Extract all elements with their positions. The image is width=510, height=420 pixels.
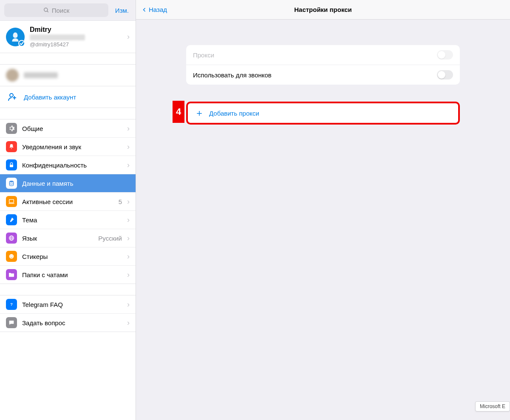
sidebar-item-faq[interactable]: ? Telegram FAQ › — [0, 295, 136, 313]
chevron-right-icon: › — [127, 234, 130, 243]
svg-point-13 — [10, 255, 11, 256]
sidebar-item-label: Тема — [22, 216, 122, 224]
question-icon: ? — [6, 299, 17, 310]
sidebar-item-privacy[interactable]: Конфиденциальность › — [0, 156, 136, 174]
plus-icon: ＋ — [195, 108, 204, 118]
svg-text:?: ? — [10, 302, 13, 306]
content-header: Назад Настройки прокси — [136, 0, 510, 20]
sidebar-item-label: Telegram FAQ — [22, 301, 122, 308]
sidebar-item-label: Стикеры — [22, 253, 122, 260]
svg-point-12 — [9, 254, 14, 259]
sidebar-item-theme[interactable]: Тема › — [0, 210, 136, 229]
sidebar-item-value: 5 — [119, 198, 122, 205]
database-icon — [6, 178, 17, 189]
svg-point-6 — [9, 181, 13, 182]
callout-badge: 4 — [173, 101, 184, 123]
verified-badge-icon — [18, 40, 25, 47]
svg-rect-5 — [10, 165, 13, 167]
bell-icon — [6, 141, 17, 152]
sidebar-item-stickers[interactable]: Стикеры › — [0, 247, 136, 265]
laptop-icon — [6, 196, 17, 207]
sidebar-item-label: Активные сессии — [22, 198, 113, 205]
help-list: ? Telegram FAQ › Задать вопрос › — [0, 295, 136, 332]
account-name-hidden — [24, 72, 58, 78]
sidebar-top: Поиск Изм. — [0, 0, 136, 20]
tooltip: Microsoft E — [475, 401, 510, 411]
sidebar-item-label: Конфиденциальность — [22, 162, 122, 169]
svg-line-1 — [47, 11, 48, 12]
proxy-label: Прокси — [193, 51, 214, 59]
page-title: Настройки прокси — [136, 6, 510, 13]
sticker-icon — [6, 251, 17, 262]
avatar — [6, 28, 25, 46]
search-input[interactable]: Поиск — [4, 3, 108, 17]
chevron-right-icon: › — [127, 216, 130, 224]
add-proxy-label: Добавить прокси — [209, 110, 259, 117]
sidebar-item-sessions[interactable]: Активные сессии 5 › — [0, 192, 136, 210]
sidebar-item-label: Уведомления и звук — [22, 143, 122, 150]
add-proxy-wrap: 4 ＋ Добавить прокси — [186, 102, 460, 125]
sidebar-item-label: Данные и память — [22, 180, 130, 187]
chevron-left-icon — [142, 6, 147, 13]
globe-icon — [6, 233, 17, 244]
chevron-right-icon: › — [127, 124, 130, 133]
search-icon — [43, 7, 49, 13]
sidebar-item-language[interactable]: Язык Русский › — [0, 229, 136, 247]
proxy-toggle-row[interactable]: Прокси — [186, 45, 460, 65]
back-button[interactable]: Назад — [142, 6, 167, 13]
chevron-right-icon: › — [127, 197, 130, 206]
chevron-right-icon: › — [127, 161, 130, 170]
profile-name: Dmitry — [30, 26, 122, 34]
sidebar-item-label: Общие — [22, 125, 122, 132]
profile-phone-hidden — [30, 34, 85, 40]
folder-icon — [6, 269, 17, 280]
sidebar-item-notifications[interactable]: Уведомления и звук › — [0, 137, 136, 156]
search-placeholder: Поиск — [52, 7, 70, 14]
sidebar-item-folders[interactable]: Папки с чатами › — [0, 265, 136, 284]
chevron-right-icon: › — [127, 32, 130, 41]
add-account-icon — [6, 91, 19, 103]
content-body: Прокси Использовать для звонков 4 ＋ Доба… — [136, 20, 510, 125]
svg-point-2 — [10, 94, 13, 97]
avatar — [6, 69, 19, 82]
chevron-right-icon: › — [127, 318, 130, 327]
sidebar: Поиск Изм. Dmitry @dmitry185427 › Добави… — [0, 0, 136, 420]
add-proxy-button[interactable]: ＋ Добавить прокси — [186, 102, 460, 125]
sidebar-item-label: Задать вопрос — [22, 319, 122, 326]
svg-point-0 — [44, 8, 47, 11]
calls-toggle[interactable] — [437, 70, 453, 79]
chevron-right-icon: › — [127, 270, 130, 279]
proxy-card: Прокси Использовать для звонков — [186, 45, 460, 85]
other-account-row[interactable] — [0, 65, 136, 86]
calls-toggle-row[interactable]: Использовать для звонков — [186, 65, 460, 85]
add-account-label: Добавить аккаунт — [24, 94, 76, 101]
sidebar-item-ask[interactable]: Задать вопрос › — [0, 313, 136, 332]
proxy-toggle[interactable] — [437, 50, 453, 60]
sidebar-item-data[interactable]: Данные и память — [0, 174, 136, 192]
profile-info: Dmitry @dmitry185427 — [30, 26, 122, 48]
content: Назад Настройки прокси Прокси Использова… — [136, 0, 510, 420]
profile-handle: @dmitry185427 — [30, 41, 122, 48]
back-label: Назад — [149, 6, 167, 13]
calls-label: Использовать для звонков — [193, 71, 272, 79]
accounts-block: Добавить аккаунт — [0, 64, 136, 108]
chevron-right-icon: › — [127, 142, 130, 151]
edit-button[interactable]: Изм. — [113, 7, 131, 14]
svg-rect-7 — [9, 199, 14, 202]
profile-row[interactable]: Dmitry @dmitry185427 › — [0, 20, 136, 53]
chevron-right-icon: › — [127, 252, 130, 261]
chevron-right-icon: › — [127, 300, 130, 309]
sidebar-item-value: Русский — [98, 235, 122, 242]
sidebar-item-label: Папки с чатами — [22, 271, 122, 278]
add-account-row[interactable]: Добавить аккаунт — [0, 86, 136, 108]
gear-icon — [6, 123, 17, 134]
chat-icon — [6, 317, 17, 328]
sidebar-item-label: Язык — [22, 235, 93, 242]
sidebar-item-general[interactable]: Общие › — [0, 119, 136, 137]
svg-point-14 — [12, 255, 12, 256]
brush-icon — [6, 214, 17, 225]
settings-list: Общие › Уведомления и звук › Конфиденциа… — [0, 119, 136, 284]
lock-icon — [6, 159, 17, 170]
